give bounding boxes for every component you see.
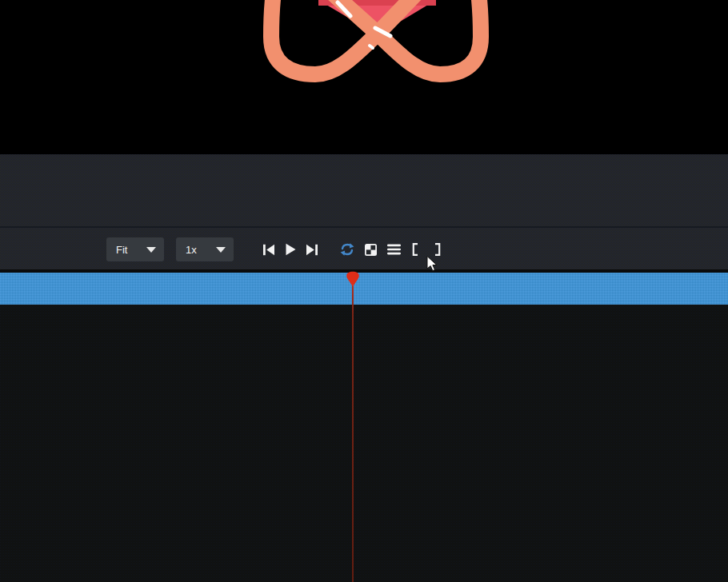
- loop-icon: [339, 243, 355, 256]
- zoom-select[interactable]: Fit: [106, 237, 164, 261]
- bracket-out-icon: [434, 243, 441, 256]
- playhead-line: [352, 285, 354, 582]
- chevron-down-icon: [216, 247, 226, 253]
- play-icon: [285, 243, 296, 256]
- timeline-scrubber-track[interactable]: [0, 273, 728, 305]
- bracket-in-icon: [412, 243, 418, 256]
- skip-to-end-icon: [306, 244, 318, 256]
- speed-select-value: 1x: [186, 245, 197, 255]
- preview-stage: [0, 0, 728, 154]
- playhead-marker-shape: [346, 272, 359, 287]
- timeline-panel: [0, 305, 728, 582]
- skip-to-end-button[interactable]: [302, 239, 322, 260]
- background-toggle-button[interactable]: [360, 239, 381, 260]
- animation-player-window: Fit 1x: [0, 0, 728, 582]
- bracket-out-button[interactable]: [427, 239, 448, 260]
- checkerboard-background-icon: [365, 244, 377, 256]
- chevron-down-icon: [146, 247, 156, 253]
- zoom-select-value: Fit: [116, 245, 127, 255]
- menu-button[interactable]: [383, 239, 404, 260]
- loop-toggle-button[interactable]: [337, 239, 358, 260]
- skip-to-start-icon: [262, 244, 275, 256]
- stage-lower-band: [0, 154, 728, 226]
- menu-lines-icon: [387, 244, 401, 255]
- speed-select[interactable]: 1x: [176, 237, 234, 261]
- knot-animation-artwork: [250, 0, 498, 90]
- play-button[interactable]: [280, 239, 301, 260]
- knot-highlight-dot: [370, 46, 373, 48]
- playhead-marker[interactable]: [346, 271, 360, 287]
- skip-to-start-button[interactable]: [258, 239, 279, 260]
- bracket-in-button[interactable]: [405, 239, 426, 260]
